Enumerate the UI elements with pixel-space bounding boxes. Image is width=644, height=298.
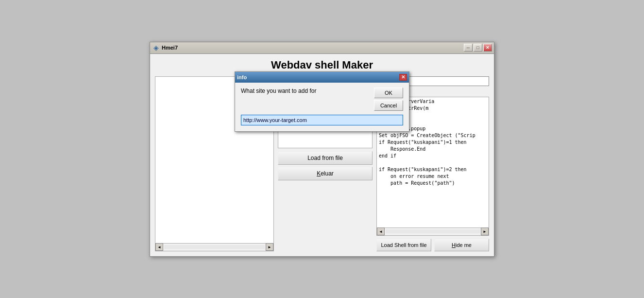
dialog-url-input[interactable] [241,115,403,125]
dialog-title: info [237,74,399,80]
dialog-question: What site you want to add for [241,88,368,94]
dialog-top-row: What site you want to add for OK Cancel [241,88,403,111]
dialog-close-button[interactable]: ✕ [399,74,407,81]
dialog-cancel-button[interactable]: Cancel [374,100,403,111]
window-content: Webdav shell Maker ◄ ► Add site List of … [150,54,494,256]
info-dialog: info ✕ What site you want to add for OK … [235,71,409,132]
dialog-overlay: info ✕ What site you want to add for OK … [150,42,494,256]
dialog-buttons: OK Cancel [374,88,403,111]
dialog-ok-button[interactable]: OK [374,88,403,98]
dialog-title-bar: info ✕ [235,72,409,83]
main-window: ◈ Hmei7 ─ □ ✕ Webdav shell Maker ◄ ► Add… [150,42,494,257]
dialog-body: What site you want to add for OK Cancel [235,83,409,131]
